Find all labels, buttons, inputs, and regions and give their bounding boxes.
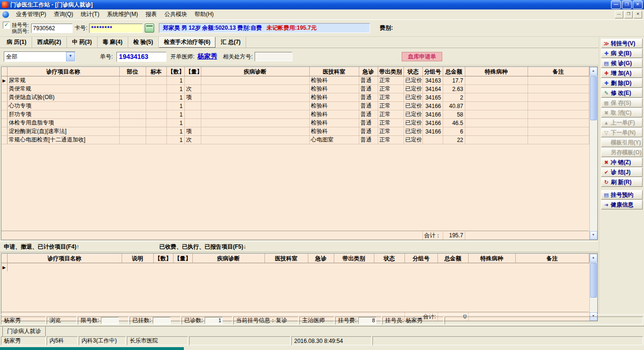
reg-no-checkbox[interactable]: ✓ (3, 22, 10, 29)
column-header[interactable]: 医技科室 (264, 254, 308, 263)
table-row[interactable]: 淀粉酶测定(血)[速率法]1项检验科普通正常已定价341666 (1, 127, 589, 136)
column-header[interactable]: 特殊病种 (468, 254, 515, 263)
mdi-restore-button[interactable]: ❐ (624, 11, 633, 18)
edit-button[interactable]: ✎修 改(E) (601, 88, 643, 98)
reservation-button[interactable]: ▤挂号预约 (601, 190, 643, 200)
card-reader-icon[interactable] (145, 24, 154, 33)
cell: 34163 (422, 76, 443, 85)
column-header[interactable]: 急诊 (359, 67, 378, 76)
cell: 普通 (359, 93, 378, 102)
column-header[interactable]: 备注 (515, 254, 589, 263)
tab-outpatient-visit[interactable]: 门诊病人就诊 (2, 326, 46, 337)
dropdown-arrow-icon[interactable]: ▼ (66, 52, 75, 61)
scroll-up-icon[interactable]: ▲ (590, 254, 597, 262)
order-doctor-name: 杨家秀 (198, 52, 217, 61)
column-header[interactable]: 分组号 (405, 254, 438, 263)
tab-2[interactable]: 西成药(2) (32, 37, 67, 48)
filter-dropdown[interactable]: 全部 ▼ (4, 51, 75, 62)
table-row[interactable]: ▶尿常规1检验科普通正常已定价3416317.7 (1, 76, 589, 85)
tab-1[interactable]: 病 历(1) (1, 37, 32, 48)
column-header[interactable]: 【数】 (153, 254, 173, 263)
column-header[interactable]: 分组号 (422, 67, 443, 76)
table-row[interactable]: 常规心电图检查[十二通道加收]1次心电图室普通正常已定价22 (1, 136, 589, 144)
billed-table-scrollbar[interactable]: ▲ ▼ (589, 254, 597, 321)
column-header[interactable]: 【量】 (184, 67, 201, 76)
column-header[interactable]: 疾病诊断 (201, 67, 309, 76)
patient-summary: 郑家昊 男 12岁 余额:5020.13 费别:自费 (163, 24, 262, 32)
tab-7[interactable]: 汇 总(7) (215, 37, 246, 48)
table-row[interactable]: 肝功专项1检验科普通正常已定价3416658 (1, 110, 589, 119)
title-bar: 门诊医生工作站 - [门诊病人就诊] — ❐ ✕ (0, 0, 644, 9)
total-value: 195.7 (443, 231, 465, 240)
order-table-scrollbar[interactable]: ▲ ▼ (589, 67, 597, 240)
menu-item[interactable]: 业务管理(P) (12, 9, 50, 19)
restore-button[interactable]: ❐ (622, 0, 632, 9)
menu-item[interactable]: 公共模块 (161, 9, 191, 19)
tab-3[interactable]: 中 药(3) (67, 37, 98, 48)
column-header[interactable]: 特殊病种 (465, 67, 528, 76)
column-header[interactable]: 疾病诊断 (192, 254, 264, 263)
reverse-button[interactable]: ✖冲 销(Z) (601, 158, 643, 167)
edit-icon: ✎ (603, 90, 610, 96)
column-header[interactable]: 【量】 (173, 254, 192, 263)
column-header[interactable]: 总金额 (438, 254, 468, 263)
column-header[interactable]: 医技科室 (309, 67, 359, 76)
related-rx-input[interactable] (255, 52, 292, 61)
mdi-close-button[interactable]: ✕ (634, 11, 642, 18)
column-header[interactable]: 状态 (374, 254, 405, 263)
column-header[interactable]: 说明 (122, 254, 153, 263)
column-header[interactable]: 诊疗项目名称 (7, 254, 122, 263)
menu-item[interactable]: 报表 (142, 9, 161, 19)
patient-form-bar: ✓ 挂号号: 病历号: 卡号: 郑家昊 男 12岁 余额:5020.13 费别:… (0, 20, 644, 37)
finish-button[interactable]: ✔诊 结(J) (601, 167, 643, 177)
cell (184, 102, 201, 110)
history-icon: ✚ (603, 50, 610, 57)
card-input[interactable] (89, 24, 143, 33)
minimize-button[interactable]: — (611, 0, 621, 9)
scroll-down-icon[interactable]: ▼ (590, 231, 597, 240)
table-row[interactable]: 粪便常规1次检验科普通正常已定价341642.63 (1, 85, 589, 93)
table-row[interactable]: 心功专项1检验科普通正常已定价3416640.87 (1, 102, 589, 110)
column-header[interactable]: 【数】 (166, 67, 184, 76)
cell: 已定价 (404, 102, 422, 110)
scrollbar-thumb[interactable] (590, 263, 597, 298)
delete-button[interactable]: ✚删 除(D) (601, 78, 643, 88)
tab-4[interactable]: 毒 麻(4) (98, 37, 128, 48)
scrollbar-thumb[interactable] (590, 76, 597, 120)
scrollbar-track[interactable] (590, 75, 597, 231)
transfer-reg-button[interactable]: ≫转挂号(V) (601, 39, 643, 48)
order-no-label: 单号: (100, 53, 113, 61)
column-header[interactable]: 总金额 (443, 67, 465, 76)
column-header[interactable]: 部位 (119, 67, 146, 76)
column-header[interactable]: 诊疗项目名称 (7, 67, 119, 76)
app-icon (2, 1, 8, 8)
table-row[interactable]: 粪便隐血试验(OB)1项检验科普通正常已定价341652 (1, 93, 589, 102)
column-header[interactable]: 带出类别 (334, 254, 374, 263)
table-row[interactable]: 体检专用血脂专项1检验科普通正常已定价3416646.5 (1, 119, 589, 127)
tab-6[interactable]: 检查手术治疗等(6) (159, 37, 216, 48)
column-header[interactable]: 标本 (146, 67, 166, 76)
menu-item[interactable]: 统计(T) (77, 9, 103, 19)
column-header[interactable]: 急诊 (308, 254, 334, 263)
blood-bank-request-button[interactable]: 血库申请单 (402, 52, 442, 61)
refresh-button[interactable]: ↻刷 新(R) (601, 177, 643, 187)
cell (465, 127, 528, 136)
menu-item[interactable]: 帮助(H) (191, 9, 218, 19)
column-header[interactable]: 状态 (404, 67, 422, 76)
column-header[interactable]: 带出类别 (378, 67, 404, 76)
sidebar-button-label: 候 诊(G) (611, 59, 632, 67)
health-info-button[interactable]: ➜健康信息 (601, 200, 643, 209)
close-button[interactable]: ✕ (633, 0, 643, 9)
scrollbar-track[interactable] (590, 262, 597, 312)
mdi-minimize-button[interactable]: — (615, 11, 623, 18)
reservation-icon: ▤ (603, 192, 610, 198)
scroll-up-icon[interactable]: ▲ (590, 67, 597, 75)
waiting-list-button[interactable]: ▤候 诊(G) (601, 58, 643, 68)
menu-item[interactable]: 查询(Q) (50, 9, 77, 19)
add-button[interactable]: ✚增 加(A) (601, 68, 643, 78)
column-header[interactable]: 备注 (528, 67, 589, 76)
tab-5[interactable]: 检 验(5) (128, 37, 159, 48)
menu-item[interactable]: 系统维护(M) (103, 9, 142, 19)
record-no-input[interactable] (31, 24, 73, 33)
history-button[interactable]: ✚病 史(B) (601, 49, 643, 58)
